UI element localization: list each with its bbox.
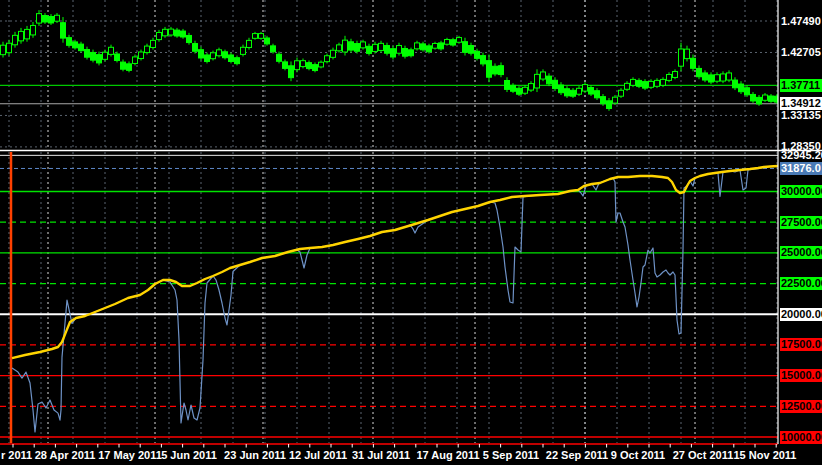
date-label: r 2011: [1, 449, 32, 461]
candle-bull: [661, 79, 666, 85]
candle-bear: [751, 94, 756, 101]
candle-bull: [169, 29, 174, 35]
candle-bear: [49, 16, 54, 23]
candle-bull: [163, 29, 168, 36]
candle-bear: [463, 42, 468, 53]
date-label: 12 Jul 2011: [289, 449, 347, 461]
candle-bull: [685, 49, 690, 58]
candle-bear: [469, 46, 474, 54]
candle-bear: [427, 46, 432, 52]
indicator-tick-label: 12500.00: [780, 400, 822, 413]
candle-bear: [481, 56, 486, 64]
trading-chart-window: 1.474901.427051.377111.349121.331351.283…: [0, 0, 822, 465]
candle-bull: [655, 80, 660, 86]
candle-bear: [349, 42, 354, 50]
candle-bear: [517, 88, 522, 94]
candle-bear: [559, 85, 564, 93]
candle-bull: [247, 40, 252, 47]
candle-bear: [475, 51, 480, 58]
candle-bull: [535, 74, 540, 88]
candle-bear: [571, 90, 576, 96]
date-label: 23 Jun 2011: [224, 449, 286, 461]
candle-bull: [343, 40, 348, 52]
candle-bear: [283, 62, 288, 69]
candle-bear: [601, 97, 606, 104]
bid-price-label: 1.37711: [780, 79, 822, 92]
candle-bull: [379, 43, 384, 50]
candle-bear: [403, 48, 408, 56]
candle-bull: [145, 46, 150, 53]
candle-bull: [667, 74, 672, 80]
candle-bear: [385, 46, 390, 54]
price-tick-label: 1.33135: [780, 109, 822, 122]
candle-bear: [547, 76, 552, 84]
candle-bear: [229, 55, 234, 62]
candle-bear: [199, 50, 204, 58]
price-panel[interactable]: [0, 0, 780, 150]
indicator-tick-label: 30000.00: [780, 185, 822, 198]
candle-bear: [85, 49, 90, 57]
candle-bull: [415, 43, 420, 49]
candle-bear: [313, 65, 318, 71]
candle-bull: [157, 32, 162, 39]
candle-bull: [373, 44, 378, 51]
candle-bear: [121, 62, 126, 69]
date-label: 17 May 2011: [98, 449, 162, 461]
candle-bear: [493, 66, 498, 74]
candle-bull: [541, 72, 546, 79]
indicator-tick-label: 22500.00: [780, 277, 822, 290]
candle-bear: [277, 54, 282, 61]
candle-bear: [127, 64, 132, 71]
candle-bull: [7, 43, 12, 52]
date-label: 5 Sep 2011: [483, 449, 539, 461]
candle-bull: [649, 81, 654, 87]
candle-bull: [523, 87, 528, 93]
candle-bear: [739, 84, 744, 92]
candle-bear: [511, 85, 516, 91]
candle-bull: [763, 95, 768, 100]
candle-bear: [43, 15, 48, 22]
candle-bull: [19, 31, 24, 40]
candle-bear: [175, 30, 180, 36]
date-label: 17 Aug 2011: [416, 449, 479, 461]
chart-canvas[interactable]: [0, 0, 822, 465]
candle-bull: [217, 50, 222, 56]
candle-bear: [637, 80, 642, 86]
candle-bear: [421, 44, 426, 50]
candle-bear: [409, 50, 414, 56]
candle-bull: [37, 14, 42, 23]
candle-bear: [451, 40, 456, 45]
candle-bear: [775, 96, 780, 102]
indicator-tick-label: 10000.00: [780, 431, 822, 444]
candle-bull: [325, 56, 330, 62]
candle-bull: [109, 47, 114, 54]
price-tick-label: 1.47490: [780, 15, 822, 28]
candle-bull: [583, 85, 588, 92]
candle-bull: [577, 88, 582, 94]
candle-bull: [295, 61, 300, 70]
candle-bear: [97, 55, 102, 63]
indicator-panel[interactable]: [0, 152, 778, 447]
candle-bear: [367, 46, 372, 53]
candle-bear: [193, 44, 198, 52]
candle-bull: [397, 46, 402, 54]
candle-bull: [679, 49, 684, 66]
candle-bear: [307, 63, 312, 69]
candle-bull: [25, 29, 30, 38]
candle-bull: [259, 34, 264, 39]
candle-bear: [565, 89, 570, 96]
candle-bull: [445, 40, 450, 45]
candle-bear: [487, 61, 492, 78]
candle-bull: [103, 52, 108, 59]
candle-bull: [721, 74, 726, 81]
candle-bear: [235, 58, 240, 64]
balance-line: [12, 166, 778, 358]
candle-bull: [433, 43, 438, 48]
candle-bear: [271, 46, 276, 52]
date-label: 28 Apr 2011: [35, 449, 96, 461]
candle-bear: [691, 58, 696, 68]
candle-bull: [673, 72, 678, 78]
candle-bull: [31, 25, 36, 34]
candle-bear: [91, 52, 96, 60]
candle-bear: [223, 52, 228, 58]
